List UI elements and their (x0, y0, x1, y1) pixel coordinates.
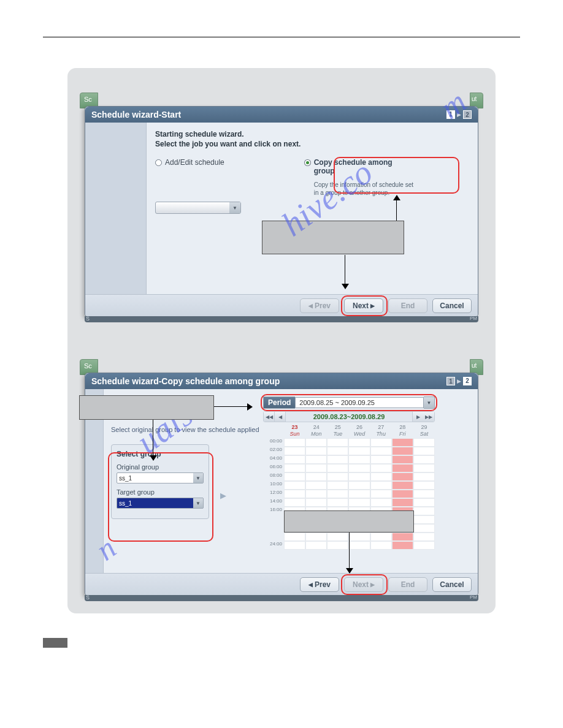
calendar-cell[interactable] (284, 438, 305, 447)
calendar-cell[interactable] (327, 447, 348, 455)
calendar-cell[interactable] (370, 438, 392, 447)
schedule-select-combo[interactable]: ▼ (155, 202, 241, 214)
calendar-cell[interactable] (284, 541, 305, 550)
calendar-cell[interactable] (392, 464, 413, 472)
calendar-cell[interactable] (327, 498, 348, 507)
calendar-cell[interactable] (305, 447, 327, 455)
calendar-cell[interactable] (370, 447, 392, 455)
calendar-cell[interactable] (284, 533, 305, 541)
cancel-button-2[interactable]: Cancel (432, 577, 472, 592)
step-1b: 1 (446, 377, 455, 385)
calendar-cell[interactable] (305, 464, 327, 472)
radio-copy-label: Copy schedule among group (314, 158, 415, 175)
calendar-cell[interactable] (392, 490, 413, 498)
calendar-cell[interactable] (392, 455, 413, 464)
calendar-cell[interactable] (305, 533, 327, 541)
calendar-cell[interactable] (370, 541, 392, 550)
calendar-cell[interactable] (284, 447, 305, 455)
calendar-cell[interactable] (327, 438, 348, 447)
calendar-cell[interactable] (348, 490, 370, 498)
calendar-cell[interactable] (370, 472, 392, 481)
next-button[interactable]: Next▶ (344, 298, 383, 313)
calendar-cell[interactable] (348, 464, 370, 472)
calendar-cell[interactable] (348, 498, 370, 507)
calendar-cell[interactable] (370, 481, 392, 490)
period-dropdown[interactable]: ▼ (424, 396, 435, 409)
calendar-cell[interactable] (392, 481, 413, 490)
calendar-cell[interactable] (348, 447, 370, 455)
calendar-cell[interactable] (370, 498, 392, 507)
calendar-cell[interactable] (284, 455, 305, 464)
calendar-cell[interactable] (284, 481, 305, 490)
calendar-cell[interactable] (392, 541, 413, 550)
cancel-button[interactable]: Cancel (432, 298, 472, 313)
original-group-combo[interactable]: ss_1 ▼ (117, 472, 204, 483)
calendar-cell[interactable] (392, 447, 413, 455)
dayname-tue: Tue (327, 431, 348, 438)
prev-button[interactable]: ◀Prev (300, 298, 339, 313)
calendar-cell[interactable] (413, 533, 435, 541)
end-button-2[interactable]: End (388, 577, 427, 592)
calendar-cell[interactable] (305, 490, 327, 498)
calendar-cell[interactable] (348, 481, 370, 490)
nav-first-button[interactable]: ◀◀ (264, 412, 275, 422)
calendar-cell[interactable] (327, 481, 348, 490)
radio-add-edit[interactable]: Add/Edit schedule (155, 158, 224, 197)
calendar-cell[interactable] (284, 498, 305, 507)
calendar-cell[interactable] (370, 464, 392, 472)
calendar-cell[interactable] (348, 455, 370, 464)
calendar-cell[interactable] (413, 490, 435, 498)
calendar-cell[interactable] (413, 541, 435, 550)
calendar-cell[interactable] (284, 472, 305, 481)
calendar-cell[interactable] (392, 533, 413, 541)
calendar-cell[interactable] (305, 481, 327, 490)
calendar-cell[interactable] (327, 541, 348, 550)
calendar-cell[interactable] (284, 464, 305, 472)
calendar-cell[interactable] (413, 515, 435, 524)
calendar-cell[interactable] (305, 472, 327, 481)
calendar-cell[interactable] (327, 464, 348, 472)
calendar-cell[interactable] (327, 455, 348, 464)
calendar-day-row: Sun Mon Tue Wed Thu Fri Sat (263, 431, 435, 438)
calendar-cell[interactable] (327, 472, 348, 481)
calendar-cell[interactable] (348, 472, 370, 481)
calendar-cell[interactable] (413, 438, 435, 447)
calendar-panel: Period 2009.08.25 ~ 2009.09.25 ▼ ◀◀ ◀ 20… (263, 396, 435, 550)
nav-last-button[interactable]: ▶▶ (423, 412, 434, 422)
calendar-cell[interactable] (413, 455, 435, 464)
calendar-cell[interactable] (348, 438, 370, 447)
transfer-arrow-icon: ▶ (220, 491, 226, 500)
calendar-cell[interactable] (392, 472, 413, 481)
calendar-cell[interactable] (413, 447, 435, 455)
calendar-cell[interactable] (413, 472, 435, 481)
end-button[interactable]: End (388, 298, 427, 313)
calendar-cell[interactable] (413, 464, 435, 472)
calendar-cell[interactable] (327, 490, 348, 498)
calendar-cell[interactable] (305, 455, 327, 464)
calendar-cell[interactable] (413, 481, 435, 490)
calendar-cell[interactable] (413, 524, 435, 533)
calendar-cell[interactable] (370, 533, 392, 541)
radio-copy-group[interactable]: Copy schedule among group Copy the infor… (304, 158, 415, 197)
calendar-cell[interactable] (413, 507, 435, 515)
dayname-thu: Thu (370, 431, 392, 438)
calendar-cell[interactable] (392, 438, 413, 447)
target-group-combo[interactable]: ss_1 ▼ (117, 498, 204, 509)
calendar-cell[interactable] (305, 498, 327, 507)
nav-prev-button[interactable]: ◀ (275, 412, 286, 422)
calendar-cell[interactable] (284, 490, 305, 498)
calendar-cell[interactable] (370, 490, 392, 498)
next-button-2[interactable]: Next▶ (344, 577, 383, 592)
step-arrow-icon-2: ▶ (457, 378, 461, 384)
prev-button-2[interactable]: ◀Prev (300, 577, 339, 592)
nav-next-button[interactable]: ▶ (412, 412, 423, 422)
calendar-cell[interactable] (392, 498, 413, 507)
calendar-cell[interactable] (327, 533, 348, 541)
calendar-cell[interactable] (305, 541, 327, 550)
arrow-line-right (214, 406, 248, 407)
calendar-cell[interactable] (370, 455, 392, 464)
calendar-cell[interactable] (348, 541, 370, 550)
calendar-cell[interactable] (413, 498, 435, 507)
calendar-cell[interactable] (305, 438, 327, 447)
calendar-cell[interactable] (348, 533, 370, 541)
